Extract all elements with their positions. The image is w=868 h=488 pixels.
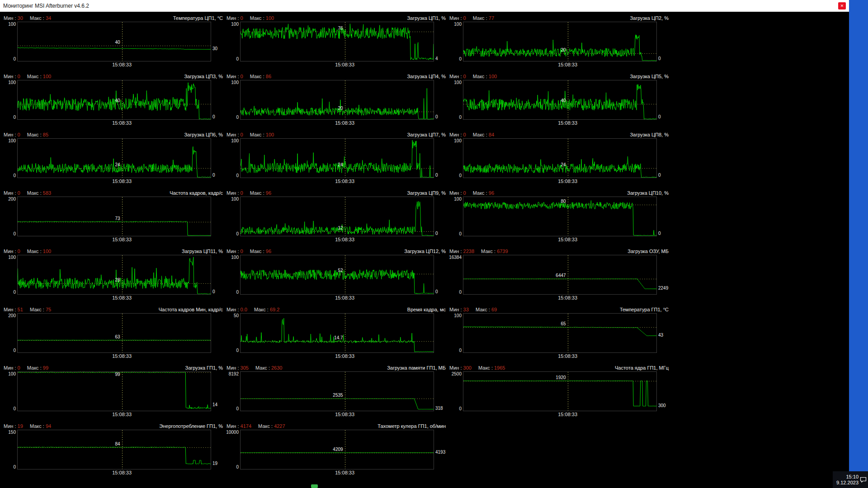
current-value: 318: [435, 406, 443, 411]
cursor-time: 15:08:33: [112, 178, 132, 184]
graph-title: Энергопотребление ГП1, %: [159, 423, 223, 429]
minmax-readout: Мин : 0 Макс : 100: [4, 249, 51, 254]
graph-header: Мин : 0.0 Макс : 69.2 Время кадра, мс: [226, 306, 447, 313]
plot-area[interactable]: 40: [17, 80, 211, 120]
min-label: Мин :: [449, 249, 462, 254]
y-axis: 10000 0: [226, 430, 240, 469]
graph-footer: 15:08:33: [226, 61, 447, 68]
current-value: 0: [212, 289, 215, 294]
plot-area[interactable]: 28: [17, 255, 211, 295]
cursor-value: 24: [95, 162, 120, 167]
monitor-graph-cell[interactable]: Мин : 305 Макс : 2630 Загрузка памяти ГП…: [226, 362, 447, 421]
plot-area[interactable]: 6447: [463, 255, 657, 295]
plot-area[interactable]: 52: [240, 255, 434, 295]
min-label: Мин :: [226, 74, 239, 79]
trace-line: [241, 201, 434, 236]
window-titlebar[interactable]: Мониторинг MSI Afterburner v4.6.2 ✕: [0, 0, 849, 12]
window-title: Мониторинг MSI Afterburner v4.6.2: [3, 3, 838, 9]
current-value: 0: [435, 231, 438, 236]
current-value-col: 0: [211, 138, 224, 178]
cursor-vline: [568, 372, 568, 411]
minmax-readout: Мин : 305 Макс : 2630: [226, 365, 282, 371]
graph-grid: Мин : 30 Макс : 34 Температура ЦП1, °C 1…: [0, 12, 849, 480]
plot-area[interactable]: 12: [240, 197, 434, 236]
monitor-graph-cell[interactable]: Мин : 0 Макс : 86 Загрузка ЦП4, % 100 0 …: [226, 71, 447, 129]
graph-body: 100 0 24 0: [448, 138, 670, 178]
monitor-graph-cell[interactable]: Мин : 0 Макс : 77 Загрузка ЦП2, % 100 0 …: [448, 13, 670, 71]
minmax-readout: Мин : 4174 Макс : 4227: [226, 423, 285, 429]
plot-area[interactable]: 24: [240, 138, 434, 178]
plot-area[interactable]: 24: [463, 138, 657, 178]
monitor-graph-cell[interactable]: Мин : 0 Макс : 96 Загрузка ЦП12, % 100 0…: [226, 246, 447, 304]
monitor-graph-cell[interactable]: Мин : 4174 Макс : 4227 Тахометр кулера Г…: [226, 421, 447, 479]
monitor-graph-cell[interactable]: Мин : 30 Макс : 34 Температура ЦП1, °C 1…: [3, 13, 224, 71]
min-label: Мин :: [4, 190, 16, 196]
min-value: 0: [241, 74, 243, 79]
monitor-graph-cell[interactable]: Мин : 0 Макс : 100 Загрузка ЦП1, % 100 0…: [226, 13, 447, 71]
taskbar-clock[interactable]: 15:10 9.12.2023: [836, 474, 859, 486]
plot-area[interactable]: 20: [240, 80, 434, 120]
monitor-graph-cell[interactable]: Мин : 0.0 Макс : 69.2 Время кадра, мс 50…: [226, 304, 447, 362]
plot-area[interactable]: 40: [17, 22, 211, 61]
min-label: Мин :: [226, 365, 239, 371]
taskbar-peek-icon[interactable]: [311, 484, 318, 488]
plot-area[interactable]: 40: [463, 80, 657, 120]
monitor-graph-cell[interactable]: Мин : 0 Макс : 96 Загрузка ЦП9, % 100 0 …: [226, 188, 447, 246]
min-value: 51: [18, 307, 23, 312]
plot-area[interactable]: 20: [463, 22, 657, 61]
cursor-value: 84: [95, 441, 120, 446]
plot-area[interactable]: 80: [463, 197, 657, 236]
max-label: Макс :: [27, 132, 42, 137]
plot-area[interactable]: 73: [17, 197, 211, 236]
trace-chart: [241, 80, 434, 119]
monitor-graph-cell[interactable]: Мин : 0 Макс : 100 Загрузка ЦП3, % 100 0…: [3, 71, 224, 129]
cursor-vline: [345, 22, 345, 61]
close-button[interactable]: ✕: [838, 2, 846, 9]
y-axis: 100 0: [3, 255, 17, 295]
plot-area[interactable]: 99: [17, 371, 211, 411]
y-axis-min: 0: [236, 348, 239, 353]
cursor-vline: [345, 372, 345, 411]
plot-area[interactable]: 14.7: [240, 313, 434, 353]
graph-footer: 15:08:33: [226, 411, 447, 418]
monitor-graph-cell[interactable]: Мин : 0 Макс : 100 Загрузка ЦП7, % 100 0…: [226, 129, 447, 188]
monitor-graph-cell[interactable]: Мин : 0 Макс : 100 Загрузка ЦП5, % 100 0…: [448, 71, 670, 129]
monitor-graph-cell[interactable]: Мин : 0 Макс : 583 Частота кадров, кадр/…: [3, 188, 224, 246]
graph-title: Загрузка ЦП10, %: [627, 190, 669, 196]
plot-area[interactable]: 4209: [240, 430, 434, 469]
minmax-readout: Мин : 0 Макс : 96: [449, 190, 494, 196]
trace-line: [463, 327, 656, 336]
monitor-graph-cell[interactable]: Мин : 0 Макс : 85 Загрузка ЦП6, % 100 0 …: [3, 129, 224, 188]
y-axis-max: 100: [8, 371, 16, 376]
trace-line: [241, 270, 434, 294]
monitor-graph-cell[interactable]: Мин : 0 Макс : 84 Загрузка ЦП8, % 100 0 …: [448, 129, 670, 188]
max-value: 94: [46, 423, 51, 429]
monitor-graph-cell[interactable]: Мин : 33 Макс : 69 Температура ГП1, °C 1…: [448, 304, 670, 362]
monitor-graph-cell[interactable]: Мин : 0 Макс : 100 Загрузка ЦП11, % 100 …: [3, 246, 224, 304]
graph-header: Мин : 0 Макс : 100 Загрузка ЦП7, %: [226, 131, 447, 138]
cursor-value: 6447: [541, 273, 566, 278]
cursor-time: 15:08:33: [558, 62, 577, 67]
trace-chart: [463, 22, 656, 61]
y-axis-min: 0: [13, 465, 16, 469]
monitor-graph-cell[interactable]: Мин : 19 Макс : 94 Энергопотребление ГП1…: [3, 421, 224, 479]
graph-body: 100 0 40 0: [3, 80, 224, 120]
monitor-graph-cell[interactable]: Мин : 2238 Макс : 6739 Загрузка ОЗУ, МБ …: [448, 246, 670, 304]
plot-area[interactable]: 2535: [240, 371, 434, 411]
monitor-graph-cell[interactable]: Мин : 51 Макс : 75 Частота кадров Мин, к…: [3, 304, 224, 362]
plot-area[interactable]: 1920: [463, 371, 657, 411]
monitor-graph-cell[interactable]: Мин : 0 Макс : 96 Загрузка ЦП10, % 100 0…: [448, 188, 670, 246]
plot-area[interactable]: 76: [240, 22, 434, 61]
monitor-graph-cell[interactable]: Мин : 300 Макс : 1965 Частота ядра ГП1, …: [448, 362, 670, 421]
current-value-col: 14: [211, 371, 224, 411]
cursor-vline: [568, 80, 568, 119]
plot-area[interactable]: 84: [17, 430, 211, 469]
notification-icon[interactable]: [860, 477, 867, 483]
plot-area[interactable]: 63: [17, 313, 211, 353]
plot-area[interactable]: 24: [17, 138, 211, 178]
plot-area[interactable]: 65: [463, 313, 657, 353]
y-axis: 100 0: [448, 138, 463, 178]
cursor-hline: [18, 340, 211, 341]
monitor-graph-cell[interactable]: Мин : 0 Макс : 99 Загрузка ГП1, % 100 0 …: [3, 362, 224, 421]
cursor-vline: [568, 314, 568, 352]
